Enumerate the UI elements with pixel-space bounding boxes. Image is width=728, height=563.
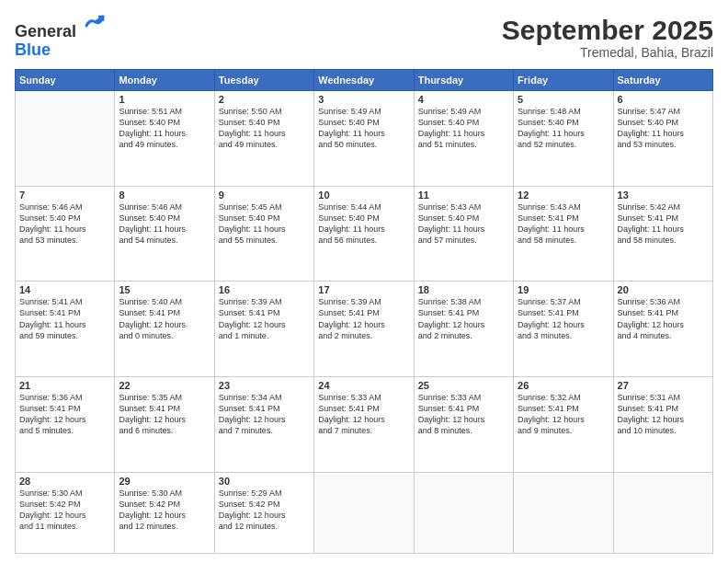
calendar-cell: 14Sunrise: 5:41 AM Sunset: 5:41 PM Dayli… [16,282,115,377]
calendar-cell [613,472,712,554]
calendar-cell: 26Sunrise: 5:32 AM Sunset: 5:41 PM Dayli… [514,376,613,472]
day-info: Sunrise: 5:43 AM Sunset: 5:41 PM Dayligh… [518,201,609,247]
calendar-cell [314,472,414,554]
calendar-cell: 15Sunrise: 5:40 AM Sunset: 5:41 PM Dayli… [115,282,214,377]
day-number: 12 [518,190,609,201]
day-info: Sunrise: 5:39 AM Sunset: 5:41 PM Dayligh… [318,296,409,341]
weekday-header-tuesday: Tuesday [214,70,313,91]
weekday-header-thursday: Thursday [414,70,513,91]
calendar-cell: 8Sunrise: 5:46 AM Sunset: 5:40 PM Daylig… [115,186,214,282]
calendar-week-3: 21Sunrise: 5:36 AM Sunset: 5:41 PM Dayli… [16,376,713,472]
day-number: 29 [119,476,210,487]
calendar-cell: 7Sunrise: 5:46 AM Sunset: 5:40 PM Daylig… [16,186,115,282]
calendar-week-4: 28Sunrise: 5:30 AM Sunset: 5:42 PM Dayli… [16,472,713,554]
calendar-cell: 6Sunrise: 5:47 AM Sunset: 5:40 PM Daylig… [613,91,712,187]
day-info: Sunrise: 5:45 AM Sunset: 5:40 PM Dayligh… [219,201,310,247]
page: General Blue September 2025 Tremedal, Ba… [0,0,728,563]
day-number: 21 [19,380,110,391]
calendar-cell: 19Sunrise: 5:37 AM Sunset: 5:41 PM Dayli… [514,282,613,377]
day-info: Sunrise: 5:47 AM Sunset: 5:40 PM Dayligh… [618,106,709,151]
logo-blue-text: Blue [15,41,105,58]
month-title: September 2025 [502,15,713,45]
calendar-cell: 21Sunrise: 5:36 AM Sunset: 5:41 PM Dayli… [16,376,115,472]
day-info: Sunrise: 5:33 AM Sunset: 5:41 PM Dayligh… [318,392,409,437]
calendar-cell: 4Sunrise: 5:49 AM Sunset: 5:40 PM Daylig… [414,91,513,187]
weekday-header-wednesday: Wednesday [314,70,414,91]
weekday-header-saturday: Saturday [613,70,712,91]
day-info: Sunrise: 5:49 AM Sunset: 5:40 PM Dayligh… [418,106,509,151]
day-number: 1 [119,94,210,105]
calendar-cell: 28Sunrise: 5:30 AM Sunset: 5:42 PM Dayli… [16,472,115,554]
weekday-header-friday: Friday [514,70,613,91]
day-info: Sunrise: 5:36 AM Sunset: 5:41 PM Dayligh… [618,296,709,341]
calendar-cell: 1Sunrise: 5:51 AM Sunset: 5:40 PM Daylig… [115,91,214,187]
logo-general-text: General [15,22,76,40]
day-info: Sunrise: 5:42 AM Sunset: 5:41 PM Dayligh… [618,201,709,247]
day-number: 14 [19,284,110,295]
day-info: Sunrise: 5:29 AM Sunset: 5:42 PM Dayligh… [219,488,310,533]
calendar-cell [514,472,613,554]
calendar-cell [16,91,115,187]
day-info: Sunrise: 5:33 AM Sunset: 5:41 PM Dayligh… [418,392,509,437]
calendar-cell: 23Sunrise: 5:34 AM Sunset: 5:41 PM Dayli… [214,376,313,472]
day-number: 3 [318,94,409,105]
day-info: Sunrise: 5:35 AM Sunset: 5:41 PM Dayligh… [119,392,210,437]
day-info: Sunrise: 5:50 AM Sunset: 5:40 PM Dayligh… [219,106,310,151]
day-info: Sunrise: 5:40 AM Sunset: 5:41 PM Dayligh… [119,296,210,341]
calendar-cell: 22Sunrise: 5:35 AM Sunset: 5:41 PM Dayli… [115,376,214,472]
day-info: Sunrise: 5:51 AM Sunset: 5:40 PM Dayligh… [119,106,210,151]
weekday-header-monday: Monday [115,70,214,91]
day-number: 7 [19,190,110,201]
calendar-cell: 25Sunrise: 5:33 AM Sunset: 5:41 PM Dayli… [414,376,513,472]
calendar-week-1: 7Sunrise: 5:46 AM Sunset: 5:40 PM Daylig… [16,186,713,282]
day-number: 8 [119,190,210,201]
calendar-cell: 13Sunrise: 5:42 AM Sunset: 5:41 PM Dayli… [613,186,712,282]
calendar-cell: 17Sunrise: 5:39 AM Sunset: 5:41 PM Dayli… [314,282,414,377]
day-number: 11 [418,190,509,201]
calendar-table: SundayMondayTuesdayWednesdayThursdayFrid… [15,69,713,554]
calendar-cell: 2Sunrise: 5:50 AM Sunset: 5:40 PM Daylig… [214,91,313,187]
calendar-cell: 18Sunrise: 5:38 AM Sunset: 5:41 PM Dayli… [414,282,513,377]
calendar-cell: 27Sunrise: 5:31 AM Sunset: 5:41 PM Dayli… [613,376,712,472]
day-number: 20 [618,284,709,295]
day-number: 26 [518,380,609,391]
calendar-week-2: 14Sunrise: 5:41 AM Sunset: 5:41 PM Dayli… [16,282,713,377]
location: Tremedal, Bahia, Brazil [502,45,713,60]
day-number: 16 [219,284,310,295]
calendar-cell: 10Sunrise: 5:44 AM Sunset: 5:40 PM Dayli… [314,186,414,282]
day-number: 13 [618,190,709,201]
day-number: 9 [219,190,310,201]
day-number: 5 [518,94,609,105]
calendar-cell: 9Sunrise: 5:45 AM Sunset: 5:40 PM Daylig… [214,186,313,282]
day-info: Sunrise: 5:48 AM Sunset: 5:40 PM Dayligh… [518,106,609,151]
day-number: 10 [318,190,409,201]
calendar-cell: 11Sunrise: 5:43 AM Sunset: 5:40 PM Dayli… [414,186,513,282]
logo: General Blue [15,15,105,58]
calendar-cell: 5Sunrise: 5:48 AM Sunset: 5:40 PM Daylig… [514,91,613,187]
day-info: Sunrise: 5:30 AM Sunset: 5:42 PM Dayligh… [19,488,110,533]
calendar-cell: 12Sunrise: 5:43 AM Sunset: 5:41 PM Dayli… [514,186,613,282]
weekday-header-sunday: Sunday [16,70,115,91]
logo-icon [83,15,105,37]
day-number: 24 [318,380,409,391]
calendar-cell: 30Sunrise: 5:29 AM Sunset: 5:42 PM Dayli… [214,472,313,554]
day-number: 23 [219,380,310,391]
day-info: Sunrise: 5:34 AM Sunset: 5:41 PM Dayligh… [219,392,310,437]
weekday-header-row: SundayMondayTuesdayWednesdayThursdayFrid… [16,70,713,91]
day-info: Sunrise: 5:30 AM Sunset: 5:42 PM Dayligh… [119,488,210,533]
calendar-cell: 24Sunrise: 5:33 AM Sunset: 5:41 PM Dayli… [314,376,414,472]
calendar-cell: 20Sunrise: 5:36 AM Sunset: 5:41 PM Dayli… [613,282,712,377]
day-number: 27 [618,380,709,391]
day-info: Sunrise: 5:43 AM Sunset: 5:40 PM Dayligh… [418,201,509,247]
day-info: Sunrise: 5:49 AM Sunset: 5:40 PM Dayligh… [318,106,409,151]
calendar-week-0: 1Sunrise: 5:51 AM Sunset: 5:40 PM Daylig… [16,91,713,187]
day-info: Sunrise: 5:46 AM Sunset: 5:40 PM Dayligh… [119,201,210,247]
day-number: 4 [418,94,509,105]
day-info: Sunrise: 5:36 AM Sunset: 5:41 PM Dayligh… [19,392,110,437]
day-info: Sunrise: 5:41 AM Sunset: 5:41 PM Dayligh… [19,296,110,341]
day-number: 2 [219,94,310,105]
day-info: Sunrise: 5:39 AM Sunset: 5:41 PM Dayligh… [219,296,310,341]
day-info: Sunrise: 5:32 AM Sunset: 5:41 PM Dayligh… [518,392,609,437]
day-number: 15 [119,284,210,295]
day-info: Sunrise: 5:38 AM Sunset: 5:41 PM Dayligh… [418,296,509,341]
